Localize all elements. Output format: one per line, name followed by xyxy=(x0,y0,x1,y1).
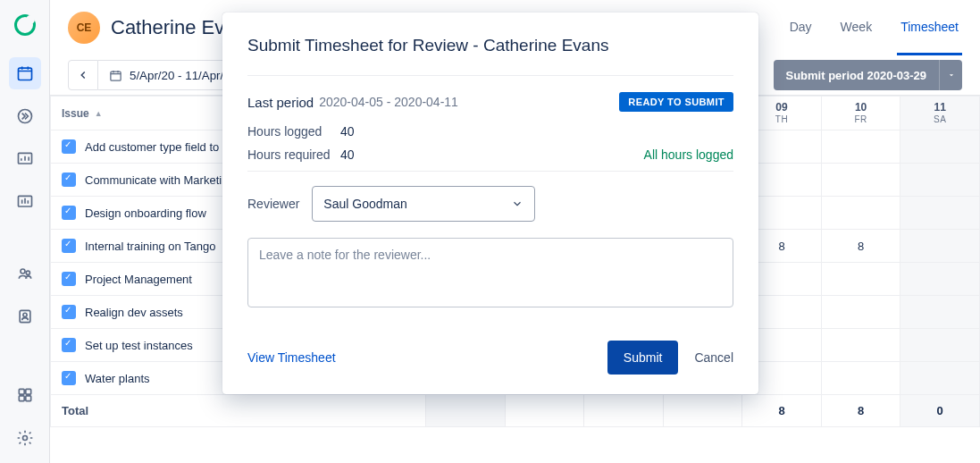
period-dates: 2020-04-05 - 2020-04-11 xyxy=(319,95,458,109)
submit-button[interactable]: Submit xyxy=(607,341,679,375)
reviewer-value: Saul Goodman xyxy=(323,197,406,211)
all-logged-status: All hours logged xyxy=(644,147,733,162)
view-timesheet-link[interactable]: View Timesheet xyxy=(247,350,336,365)
status-badge: READY TO SUBMIT xyxy=(619,92,733,112)
hours-required-label: Hours required xyxy=(247,147,340,162)
cancel-button[interactable]: Cancel xyxy=(694,350,733,365)
reviewer-label: Reviewer xyxy=(247,197,299,211)
modal-overlay: Submit Timesheet for Review - Catherine … xyxy=(0,0,980,463)
hours-logged-label: Hours logged xyxy=(247,124,340,139)
hours-logged-value: 40 xyxy=(340,124,355,139)
reviewer-note-input[interactable] xyxy=(247,238,733,307)
period-label: Last period xyxy=(247,95,314,110)
modal-title: Submit Timesheet for Review - Catherine … xyxy=(247,36,733,55)
submit-timesheet-modal: Submit Timesheet for Review - Catherine … xyxy=(222,13,758,394)
chevron-down-icon xyxy=(511,198,524,210)
hours-required-value: 40 xyxy=(340,147,355,162)
reviewer-select[interactable]: Saul Goodman xyxy=(312,186,535,222)
